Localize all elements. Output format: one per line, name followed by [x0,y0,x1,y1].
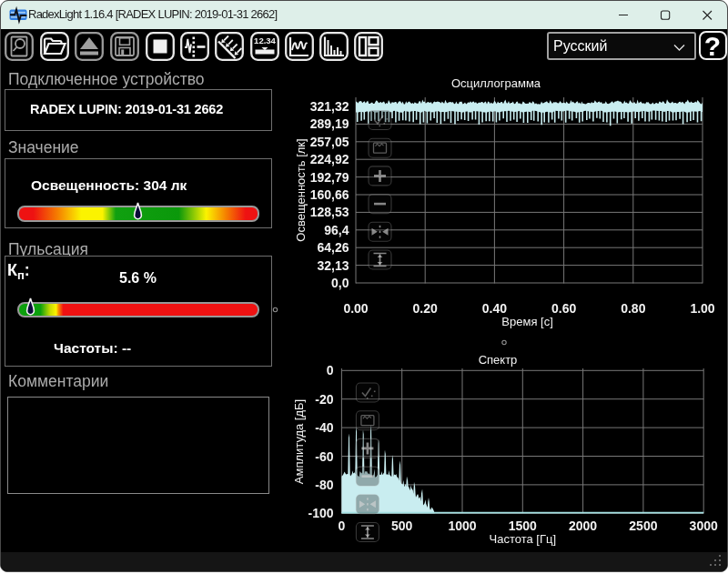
svg-text:0,0: 0,0 [331,276,349,290]
svg-text:500: 500 [391,519,413,533]
svg-text:Спектр: Спектр [479,353,518,367]
svg-text:0: 0 [327,363,334,378]
svg-text:257,05: 257,05 [310,135,349,149]
svg-text:3000: 3000 [690,519,718,533]
svg-text:-40: -40 [315,420,333,435]
svg-text:-100: -100 [308,506,333,520]
svg-text:0.40: 0.40 [482,301,507,316]
svg-text:-20: -20 [315,392,333,407]
svg-text:Осциллограмма: Осциллограмма [451,76,541,90]
svg-text:0.60: 0.60 [551,301,576,316]
svg-text:0.00: 0.00 [343,301,368,316]
svg-text:Время [с]: Время [с] [501,315,552,328]
svg-text:2500: 2500 [629,519,657,533]
svg-text:0.20: 0.20 [413,301,438,316]
svg-text:192,79: 192,79 [310,170,349,185]
svg-text:64,26: 64,26 [317,240,349,255]
svg-text:Амплитуда [дБ]: Амплитуда [дБ] [292,399,306,484]
svg-text:1500: 1500 [509,519,537,533]
svg-text:0.80: 0.80 [621,301,645,316]
svg-text:2000: 2000 [569,519,597,533]
svg-text:128,53: 128,53 [310,205,349,219]
svg-text:96,4: 96,4 [324,223,349,237]
svg-text:160,66: 160,66 [310,187,349,202]
svg-text:32,13: 32,13 [317,258,349,273]
svg-text:321,32: 321,32 [310,99,349,114]
svg-text:Частота [Гц]: Частота [Гц] [490,532,557,546]
svg-text:Освещенность [лк]: Освещенность [лк] [294,138,308,241]
svg-text:0: 0 [339,519,346,533]
svg-text:1000: 1000 [448,519,476,533]
svg-text:-80: -80 [315,478,333,492]
svg-text:224,92: 224,92 [310,152,349,166]
svg-text:-60: -60 [315,449,333,464]
svg-text:289,19: 289,19 [310,116,349,131]
svg-text:1.00: 1.00 [690,301,714,316]
